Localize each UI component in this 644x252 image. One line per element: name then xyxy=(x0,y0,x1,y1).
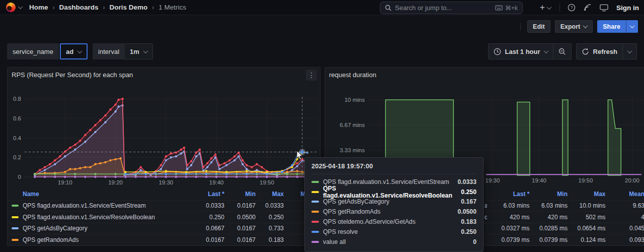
mouse-cursor xyxy=(296,151,304,161)
export-button[interactable]: Export xyxy=(555,20,593,33)
series-name[interactable]: QPS flagd.evaluation.v1.Service/ResolveB… xyxy=(23,214,189,221)
breadcrumb: Home›Dashboards›Doris Demo›1 Metrics xyxy=(29,4,186,11)
legend-header-name[interactable]: Name xyxy=(23,191,189,198)
chevron-down-icon xyxy=(630,23,635,28)
interval-label: interval xyxy=(93,43,125,59)
clock-icon xyxy=(494,48,501,55)
zoom-out-icon xyxy=(558,48,566,55)
legend-header-mean[interactable]: Mean xyxy=(605,191,644,198)
series-color-swatch xyxy=(311,231,319,233)
svg-text:19:40: 19:40 xyxy=(532,177,546,183)
tooltip-series-value: 0.183 xyxy=(461,218,476,225)
tooltip-series-label: QPS resolve xyxy=(323,228,358,235)
series-mean: 0.093 xyxy=(605,236,644,243)
svg-text:19:40: 19:40 xyxy=(209,179,224,185)
series-color-swatch xyxy=(311,201,319,203)
time-range-picker[interactable]: Last 1 hour xyxy=(489,44,553,59)
edit-button[interactable]: Edit xyxy=(527,20,550,33)
share-menu-button[interactable] xyxy=(626,20,638,33)
legend-row: QPS flagd.evaluation.v1.Service/EventStr… xyxy=(8,200,320,212)
add-button[interactable]: + xyxy=(536,1,554,14)
legend-header-last[interactable]: Last * xyxy=(487,191,529,198)
breadcrumb-separator: › xyxy=(103,4,105,11)
series-color-swatch[interactable] xyxy=(12,227,19,229)
series-last: 0.0167 xyxy=(189,236,224,243)
series-color-swatch[interactable] xyxy=(12,216,19,218)
breadcrumb-item[interactable]: 1 Metrics xyxy=(158,4,186,11)
tooltip-series-value: 0.250 xyxy=(461,228,476,235)
legend-row: QPS getRandomAds0.01670.01670.1830.06 xyxy=(8,234,320,245)
series-max: 0.733 xyxy=(256,225,284,232)
tooltip-series-value: 0.250 xyxy=(461,188,476,196)
series-color-swatch xyxy=(311,241,319,243)
rps-chart[interactable]: 00.20.40.60.819:1019:2019:3019:4019:50 xyxy=(8,82,320,188)
tooltip-series-value: 0.0333 xyxy=(457,178,476,185)
shortcut-hint: ⌘+k xyxy=(495,5,518,12)
svg-text:20:00: 20:00 xyxy=(625,177,639,183)
legend-header-max[interactable]: Max xyxy=(568,191,606,198)
legend-header-min[interactable]: Min xyxy=(224,191,256,198)
refresh-button[interactable]: Refresh xyxy=(577,44,622,59)
time-picker-group: Last 1 hour xyxy=(488,43,572,59)
series-mean: 4 xyxy=(605,214,644,221)
series-min: 420 ms xyxy=(529,214,568,221)
tooltip-row: value all0 xyxy=(311,237,476,247)
search-input[interactable]: Search or jump to... ⌘+k xyxy=(380,2,523,14)
divider xyxy=(520,23,521,31)
monitor-icon[interactable] xyxy=(597,1,610,14)
series-max: 0.250 xyxy=(256,214,284,221)
series-mean: 9.63 xyxy=(605,202,644,209)
legend-header-min[interactable]: Min xyxy=(529,191,568,198)
interval-select[interactable]: 1m xyxy=(125,43,153,59)
svg-text:6.67 mins: 6.67 mins xyxy=(340,122,365,128)
breadcrumb-item[interactable]: Dashboards xyxy=(59,4,99,11)
time-controls: Last 1 hour Refresh xyxy=(488,43,637,59)
series-name[interactable]: QPS getAdsByCategory xyxy=(23,225,189,232)
dashboard-actions: Edit Export Share xyxy=(518,20,638,33)
tooltip-series-label: QPS getAdsByCategory xyxy=(323,198,389,205)
series-last: 0.0667 xyxy=(189,225,224,232)
chart-tooltip: 2025-04-18 19:57:00 QPS flagd.evaluation… xyxy=(304,157,484,252)
series-color-swatch[interactable] xyxy=(12,239,19,241)
rps-panel: RPS (Request Per Second) for each span ⋮… xyxy=(7,67,320,246)
chevron-down-icon[interactable] xyxy=(18,4,23,9)
legend-header-max[interactable]: Max xyxy=(256,191,284,198)
tooltip-series-label: QPS flagd.evaluation.v1.Service/ResolveB… xyxy=(323,185,457,199)
service-name-select[interactable]: ad xyxy=(60,43,88,59)
sign-in-button[interactable]: Sign in xyxy=(616,4,639,12)
series-mean: 0.045 xyxy=(605,225,644,232)
rps-legend-table: NameLast *MinMaxMeanQPS flagd.evaluation… xyxy=(8,188,320,245)
news-icon[interactable] xyxy=(581,1,594,14)
series-color-swatch xyxy=(311,181,319,183)
svg-text:0.2: 0.2 xyxy=(13,154,21,160)
series-max: 502 ms xyxy=(568,214,606,221)
chevron-down-icon xyxy=(583,23,588,28)
panel-menu-icon[interactable]: ⋮ xyxy=(306,70,317,81)
search-icon xyxy=(385,5,391,11)
series-color-swatch xyxy=(311,191,319,193)
series-name[interactable]: QPS flagd.evaluation.v1.Service/EventStr… xyxy=(23,202,189,209)
refresh-group: Refresh xyxy=(576,43,637,59)
chevron-down-icon xyxy=(627,48,632,53)
series-max: 0.0333 xyxy=(256,202,284,209)
panel-title: RPS (Request Per Second) for each span xyxy=(12,71,133,79)
breadcrumb-item[interactable]: Home xyxy=(29,4,48,11)
series-min: 0.0739 ms xyxy=(529,236,568,243)
svg-text:19:50: 19:50 xyxy=(579,177,593,183)
series-min: 0.0167 xyxy=(224,202,256,209)
series-last: 420 ms xyxy=(487,214,529,221)
series-name[interactable]: QPS getRandomAds xyxy=(23,236,189,243)
series-max: 10.0 mins xyxy=(568,202,606,209)
breadcrumb-item[interactable]: Doris Demo xyxy=(110,4,148,11)
legend-header-last[interactable]: Last * xyxy=(189,191,224,198)
series-color-swatch[interactable] xyxy=(12,205,19,207)
help-icon[interactable]: ? xyxy=(565,1,578,14)
svg-text:0.6: 0.6 xyxy=(13,115,21,121)
series-color-swatch xyxy=(311,211,319,213)
zoom-out-button[interactable] xyxy=(553,44,571,59)
grafana-logo[interactable] xyxy=(6,3,16,12)
tooltip-row: QPS getRandomAds0.0500 xyxy=(311,207,476,217)
refresh-interval-button[interactable] xyxy=(622,44,636,59)
share-button[interactable]: Share xyxy=(597,20,626,33)
svg-text:?: ? xyxy=(571,5,573,10)
